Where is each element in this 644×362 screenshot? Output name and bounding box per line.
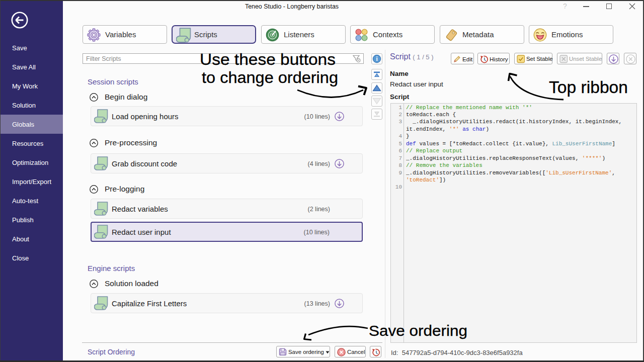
svg-text:to change ordering: to change ordering	[202, 69, 338, 86]
svg-text:Top ribbon: Top ribbon	[549, 77, 628, 97]
svg-text:Save ordering: Save ordering	[369, 322, 467, 339]
svg-text:Use these buttons: Use these buttons	[200, 51, 336, 68]
